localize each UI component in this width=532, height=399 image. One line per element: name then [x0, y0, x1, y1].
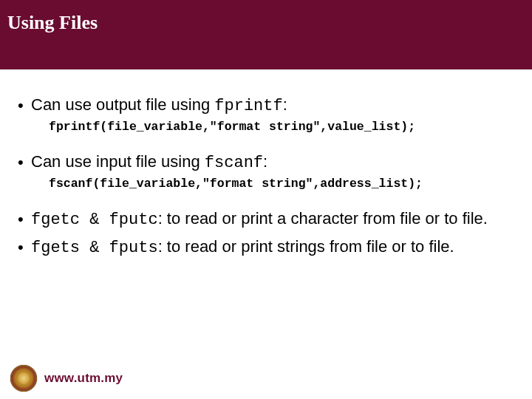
bullet-text: Can use output file using fprintf: [31, 95, 514, 117]
inline-code: fscanf [205, 154, 263, 172]
utm-logo-icon [10, 365, 37, 392]
text-span: : to read or print strings from file or … [158, 237, 454, 256]
bullet-item: • Can use output file using fprintf: [18, 95, 514, 117]
inline-code: fprintf [214, 97, 282, 115]
inline-code: fgets & fputs [31, 239, 158, 257]
bullet-text: fgets & fputs: to read or print strings … [31, 236, 514, 259]
bullet-item: • Can use input file using fscanf: [18, 151, 514, 174]
bullet-item: • fgetc & fputc: to read or print a char… [18, 208, 514, 231]
slide: Using Files • Can use output file using … [0, 0, 532, 399]
code-line: fprintf(file_variable,"format string",va… [18, 120, 514, 134]
inline-code: fgetc & fputc [31, 211, 158, 229]
slide-content: • Can use output file using fprintf: fpr… [0, 69, 532, 259]
footer: www.utm.my [0, 358, 532, 399]
text-span: : [263, 152, 267, 171]
text-span: : [283, 95, 287, 114]
text-span: Can use output file using [31, 95, 214, 114]
text-span: : to read or print a character from file… [158, 209, 488, 228]
bullet-text: fgetc & fputc: to read or print a charac… [31, 208, 514, 231]
bullet-text: Can use input file using fscanf: [31, 151, 514, 174]
title-bar: Using Files [0, 0, 532, 69]
footer-url: www.utm.my [44, 371, 123, 386]
code-line: fscanf(file_variable,"format string",add… [18, 177, 514, 191]
text-span: Can use input file using [31, 152, 205, 171]
bullet-dot-icon: • [18, 151, 31, 173]
bullet-item: • fgets & fputs: to read or print string… [18, 236, 514, 259]
bullet-dot-icon: • [18, 236, 31, 258]
bullet-dot-icon: • [18, 95, 31, 116]
bullet-dot-icon: • [18, 208, 31, 230]
slide-title: Using Files [7, 12, 98, 34]
